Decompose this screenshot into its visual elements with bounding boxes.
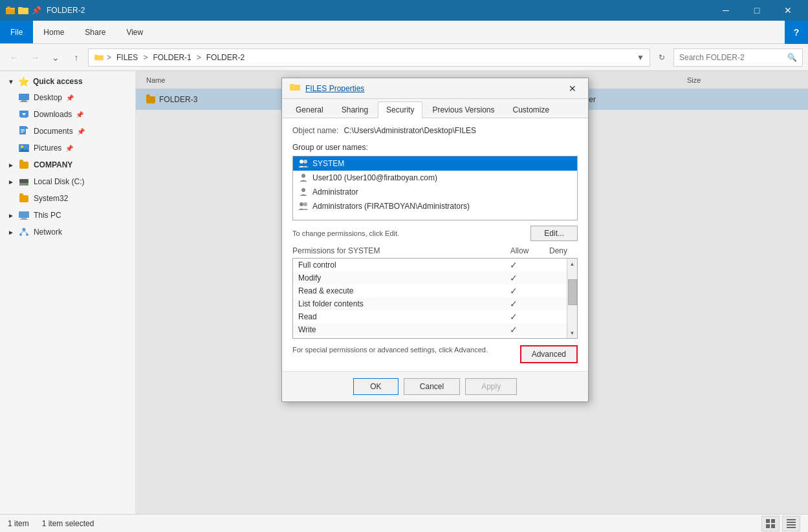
permissions-scrollbar[interactable]: ▲ ▼ [567, 259, 577, 338]
perm-row-fullcontrol: Full control ✓ [293, 259, 577, 271]
svg-rect-47 [787, 527, 796, 528]
svg-point-35 [303, 160, 307, 164]
user-item-user100[interactable]: User100 (User100@firatboyan.com) [293, 171, 577, 185]
desktop-icon [18, 92, 30, 103]
search-input[interactable] [679, 53, 787, 62]
sidebar-item-downloads[interactable]: Downloads 📌 [0, 106, 135, 123]
path-sep-3: > [197, 53, 201, 62]
menu-view[interactable]: View [116, 21, 153, 43]
svg-rect-15 [21, 129, 25, 130]
perm-name-readexecute: Read & execute [298, 286, 494, 295]
ok-button[interactable]: OK [353, 378, 399, 395]
tab-sharing[interactable]: Sharing [333, 101, 377, 118]
user-item-administrators[interactable]: Administrators (FIRATBOYAN\Administrator… [293, 199, 577, 213]
title-controls: ─ □ ✕ [711, 0, 803, 21]
sidebar-company-label: COMPANY [34, 160, 72, 169]
scroll-up-arrow[interactable]: ▲ [567, 259, 578, 269]
refresh-button[interactable]: ↻ [653, 48, 671, 67]
sidebar-item-desktop[interactable]: Desktop 📌 [0, 89, 135, 106]
svg-rect-45 [787, 522, 796, 523]
path-folder1[interactable]: FOLDER-1 [150, 52, 193, 63]
sidebar-item-network[interactable]: ► Network [0, 224, 135, 240]
menu-share[interactable]: Share [74, 21, 116, 43]
sidebar-item-system32[interactable]: System32 [0, 190, 135, 207]
admin-icon [298, 187, 309, 197]
user-item-system[interactable]: SYSTEM [293, 156, 577, 171]
path-dropdown-icon[interactable]: ▼ [637, 53, 644, 62]
desktop-pin-icon: 📌 [66, 94, 74, 101]
dialog-title: FILES Properties [305, 84, 560, 93]
scroll-thumb[interactable] [568, 279, 577, 305]
menu-home[interactable]: Home [33, 21, 74, 43]
scroll-down-arrow[interactable]: ▼ [567, 328, 578, 338]
apply-button[interactable]: Apply [465, 378, 517, 395]
quick-access-star-icon: ⭐ [18, 76, 29, 87]
sidebar-downloads-label: Downloads [34, 110, 72, 119]
menu-file[interactable]: File [0, 21, 33, 43]
close-button[interactable]: ✕ [773, 0, 803, 21]
tab-customize[interactable]: Customize [504, 101, 558, 118]
svg-rect-12 [21, 116, 27, 118]
permissions-note: To change permissions, click Edit. Edit.… [292, 226, 578, 241]
dialog-tabs: General Sharing Security Previous Versio… [282, 99, 588, 118]
user-item-administrator[interactable]: Administrator [293, 185, 577, 199]
minimize-button[interactable]: ─ [711, 0, 741, 21]
user100-icon [298, 173, 309, 183]
sidebar-item-thispc[interactable]: ► This PC [0, 207, 135, 224]
tab-previous-versions[interactable]: Previous Versions [424, 101, 503, 118]
chevron-right-icon: ► [8, 162, 14, 169]
svg-point-38 [300, 202, 303, 206]
list-view-button[interactable] [761, 516, 780, 531]
forward-button[interactable]: → [26, 48, 44, 67]
perm-row-read: Read ✓ [293, 310, 577, 323]
edit-button[interactable]: Edit... [530, 226, 578, 241]
sidebar-item-local-disk[interactable]: ► Local Disk (C:) [0, 173, 135, 190]
search-box: 🔍 [673, 48, 803, 67]
details-view-button[interactable] [782, 516, 800, 531]
file-area: Name ▲ Date modified Type Size FOLDER-3 … [136, 71, 808, 514]
system32-icon [18, 193, 30, 204]
menu-help[interactable]: ? [785, 21, 808, 44]
status-bar: 1 item 1 item selected [0, 514, 808, 532]
up-button[interactable]: ↑ [67, 48, 85, 67]
path-files[interactable]: FILES [114, 52, 140, 63]
dialog-close-button[interactable]: ✕ [565, 81, 580, 96]
dialog-overlay: FILES Properties ✕ General Sharing Secur… [136, 71, 808, 514]
sidebar-network-label: Network [34, 228, 62, 237]
perm-name-modify: Modify [298, 273, 494, 282]
tab-general[interactable]: General [287, 101, 332, 118]
sidebar-item-documents[interactable]: Documents 📌 [0, 123, 135, 140]
sidebar-item-pictures[interactable]: Pictures 📌 [0, 140, 135, 156]
advanced-button[interactable]: Advanced [520, 345, 578, 363]
svg-rect-33 [290, 84, 294, 86]
users-list[interactable]: SYSTEM User100 (User100@firatboyan.com) [292, 156, 578, 220]
permissions-for-label: Permissions for SYSTEM [292, 246, 500, 255]
svg-rect-16 [21, 131, 25, 131]
status-selected: 1 item selected [42, 519, 94, 528]
svg-point-34 [300, 160, 303, 164]
path-folder2[interactable]: FOLDER-2 [204, 52, 247, 63]
svg-rect-4 [18, 7, 23, 9]
recent-button[interactable]: ⌄ [47, 48, 65, 67]
svg-rect-43 [771, 524, 775, 528]
title-pin-icon: 📌 [31, 5, 41, 16]
maximize-button[interactable]: □ [742, 0, 772, 21]
sidebar-item-company[interactable]: ► COMPANY [0, 156, 135, 173]
quick-access-header[interactable]: ▼ ⭐ Quick access [0, 74, 135, 89]
permissions-table: Full control ✓ Modify ✓ Read & execute [292, 258, 578, 339]
cancel-button[interactable]: Cancel [404, 378, 460, 395]
svg-point-36 [301, 174, 305, 178]
downloads-icon [18, 109, 30, 120]
svg-line-31 [24, 231, 27, 233]
path-sep-2: > [143, 53, 147, 62]
tab-security[interactable]: Security [378, 101, 422, 118]
svg-rect-42 [766, 524, 770, 528]
address-path[interactable]: > FILES > FOLDER-1 > FOLDER-2 ▼ [88, 48, 650, 67]
back-button[interactable]: ← [5, 48, 23, 67]
svg-rect-7 [19, 94, 29, 100]
svg-rect-17 [21, 132, 23, 133]
window-title: FOLDER-2 [47, 6, 711, 15]
documents-icon [18, 125, 30, 137]
search-icon: 🔍 [787, 53, 797, 62]
title-bar: 📌 FOLDER-2 ─ □ ✕ [0, 0, 808, 21]
